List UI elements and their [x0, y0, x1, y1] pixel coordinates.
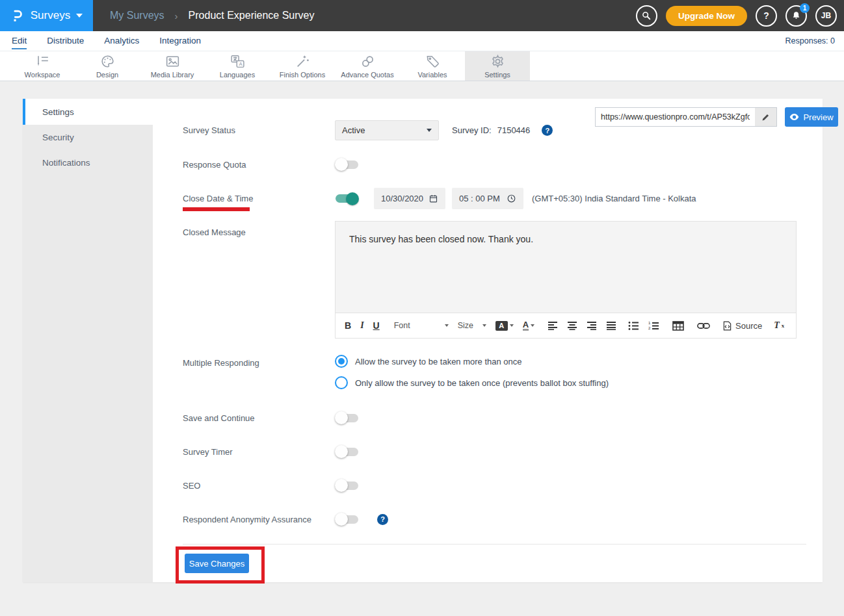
close-date-time-label: Close Date & Time [183, 194, 335, 203]
workspace-icon [34, 53, 51, 70]
toolbar-item-finish-options[interactable]: Finish Options [270, 51, 335, 81]
save-and-continue-label: Save and Continue [183, 413, 335, 423]
translate-icon: A [230, 53, 246, 70]
annotation-red-underline [183, 207, 250, 211]
toolbar-item-settings[interactable]: Settings [465, 51, 530, 81]
closed-message-label: Closed Message [183, 221, 335, 237]
bold-button[interactable]: B [345, 320, 351, 331]
settings-card: Settings Security Notifications Survey S… [23, 99, 823, 582]
breadcrumb-my-surveys[interactable]: My Surveys [110, 10, 165, 21]
survey-url-input[interactable] [596, 108, 755, 126]
toolbar-item-advance-quotas[interactable]: Advance Quotas [335, 51, 400, 81]
tab-analytics[interactable]: Analytics [104, 32, 139, 49]
text-color-button[interactable]: A [523, 320, 534, 331]
survey-id-help-icon[interactable]: ? [542, 125, 553, 136]
source-button[interactable]: Source [723, 321, 762, 331]
avatar[interactable]: JB [815, 5, 837, 27]
size-dropdown[interactable]: Size [458, 321, 486, 330]
italic-button[interactable]: I [360, 320, 363, 331]
font-dropdown[interactable]: Font [394, 321, 449, 330]
closed-message-editor: This survey has been closed now. Thank y… [335, 221, 797, 339]
chain-links-icon [360, 53, 376, 70]
close-date-time-toggle[interactable] [335, 192, 359, 205]
radio-unselected-icon[interactable] [335, 376, 348, 389]
upgrade-now-button[interactable]: Upgrade Now [666, 6, 747, 26]
gear-icon [490, 53, 506, 70]
toolbar-item-media-library[interactable]: Media Library [140, 51, 205, 81]
rich-text-toolbar: B I U Font Size A A 12 Source Tx [336, 313, 796, 338]
seo-toggle[interactable] [335, 479, 359, 492]
respondent-anonymity-help-icon[interactable]: ? [377, 514, 388, 525]
respondent-anonymity-toggle[interactable] [335, 513, 359, 526]
tab-edit[interactable]: Edit [12, 32, 27, 49]
calendar-icon [429, 194, 438, 203]
radio-option-multiple[interactable]: Allow the survey to be taken more than o… [335, 355, 609, 368]
close-time-field[interactable]: 05 : 00 PM [452, 188, 523, 209]
toolbar-label: Languages [220, 71, 255, 79]
save-and-continue-toggle[interactable] [335, 411, 359, 424]
response-quota-toggle[interactable] [335, 158, 359, 171]
save-changes-button[interactable]: Save Changes [185, 554, 249, 573]
toolbar-item-design[interactable]: Design [75, 51, 140, 81]
chevron-down-icon [510, 324, 514, 327]
svg-text:1: 1 [648, 321, 651, 325]
survey-status-label: Survey Status [183, 125, 335, 135]
divider [183, 544, 806, 545]
save-and-continue-row: Save and Continue [183, 408, 359, 428]
remove-format-button[interactable]: Tx [774, 320, 784, 331]
bell-icon [791, 10, 801, 21]
sidebar-item-security[interactable]: Security [23, 125, 153, 150]
toolbar-label: Workspace [25, 71, 60, 79]
chevron-down-icon [531, 324, 534, 327]
toolbar-item-workspace[interactable]: Workspace [10, 51, 75, 81]
settings-sidebar: Settings Security Notifications [23, 99, 153, 582]
tab-distribute[interactable]: Distribute [47, 32, 84, 49]
preview-button[interactable]: Preview [785, 107, 838, 127]
survey-id-value: 7150446 [497, 125, 531, 135]
toolbar-label: Variables [417, 71, 447, 79]
responses-count: Responses: 0 [785, 36, 835, 45]
image-icon [165, 53, 181, 70]
survey-timer-toggle[interactable] [335, 445, 359, 458]
search-button[interactable] [636, 5, 657, 27]
radio-selected-icon[interactable] [335, 355, 348, 368]
tab-integration[interactable]: Integration [159, 32, 201, 49]
insert-table-button[interactable] [672, 321, 684, 331]
bullet-list-button[interactable] [628, 321, 639, 330]
align-justify-button[interactable] [606, 321, 616, 330]
toolbar-item-languages[interactable]: A Languages [205, 51, 270, 81]
close-date-field[interactable]: 10/30/2020 [374, 188, 445, 209]
notifications-button[interactable]: 1 [785, 5, 807, 27]
chevron-down-icon [482, 324, 486, 327]
align-left-button[interactable] [547, 321, 558, 330]
closed-message-textarea[interactable]: This survey has been closed now. Thank y… [336, 222, 796, 313]
eye-icon [789, 113, 799, 121]
toolbar-item-variables[interactable]: Variables [400, 51, 465, 81]
survey-url-field [595, 107, 777, 127]
background-color-button[interactable]: A [495, 321, 514, 331]
sidebar-item-notifications[interactable]: Notifications [23, 150, 153, 175]
edit-url-button[interactable] [755, 108, 776, 126]
svg-text:A: A [239, 61, 243, 67]
chevron-down-icon [445, 324, 449, 327]
link-icon[interactable] [697, 322, 710, 329]
tag-icon [425, 53, 441, 70]
survey-status-dropdown[interactable]: Active [335, 120, 439, 140]
sidebar-item-settings[interactable]: Settings [23, 99, 153, 125]
topbar-actions: Upgrade Now ? 1 JB [636, 5, 844, 27]
magic-wand-icon [295, 53, 311, 70]
toolbar-label: Media Library [151, 71, 194, 79]
toolbar-label: Finish Options [280, 71, 325, 79]
product-switcher[interactable]: Surveys [0, 0, 93, 31]
chevron-down-icon [427, 129, 432, 132]
radio-option-label: Allow the survey to be taken more than o… [355, 357, 522, 366]
radio-option-once[interactable]: Only allow the survey to be taken once (… [335, 376, 609, 389]
align-right-button[interactable] [587, 321, 597, 330]
edit-toolbar: Workspace Design Media Library A Languag… [0, 51, 844, 81]
underline-button[interactable]: U [373, 320, 380, 331]
close-date-value: 10/30/2020 [381, 194, 423, 203]
radio-option-label: Only allow the survey to be taken once (… [355, 378, 609, 388]
help-button[interactable]: ? [756, 5, 777, 27]
align-center-button[interactable] [567, 321, 577, 330]
numbered-list-button[interactable]: 12 [648, 321, 659, 330]
